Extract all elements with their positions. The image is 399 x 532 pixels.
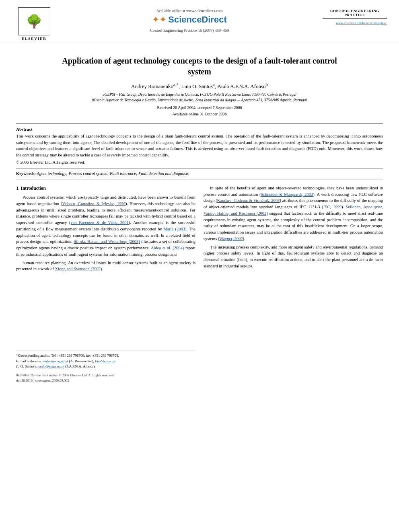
ref-velasco[interactable]: Velasco, González, & Iglesias, 1996 (62, 201, 125, 206)
keywords-label: Keywords: (16, 171, 36, 176)
col2-paragraph1: In spite of the benefits of agent and ob… (204, 185, 383, 242)
issn-line: 0967-0661/$ - see front matter © 2006 El… (16, 373, 195, 378)
sd-icon: ✦✦ (152, 14, 167, 25)
sd-brand-text: ScienceDirect (168, 14, 227, 25)
header-center: Available online at www.sciencedirect.co… (56, 7, 323, 33)
abstract-text: This work concerns the applicability of … (16, 133, 383, 158)
affiliation-a: aGEPSI – PSE Group, Departamento de Enge… (16, 92, 383, 97)
elsevier-logo: 🌳 ELSEVIER (12, 7, 56, 41)
ref-seilonen[interactable]: Seilonen, Appelqvist, Vainio, Halme, and… (204, 205, 383, 216)
available-online-date: Available online 31 October 2006 (16, 111, 383, 117)
elsevier-text: ELSEVIER (22, 37, 47, 41)
footnote-area: *Corresponding author. Tel.: +351 239 79… (16, 351, 195, 370)
authors-line: Andrey Romanenkoa,*, Lino O. Santosa, Pa… (16, 82, 383, 90)
section1-heading: 1. Introduction (16, 185, 195, 192)
journal-url: www.elsevier.com/locate/conengprac (323, 21, 387, 25)
col1-paragraph1: Process control systems, which are typic… (16, 194, 195, 258)
doi-line: doi:10.1016/j.conengprac.2006.09.002 (16, 378, 195, 384)
ref-kandare[interactable]: Kandare, Godena, & Strmčnik, 2003 (217, 198, 280, 203)
article-body: Application of agent technology concepts… (0, 44, 399, 392)
footnote-corresponding-text: *Corresponding author. Tel.: +351 239 79… (16, 353, 119, 357)
elsevier-logo-block: 🌳 ELSEVIER (12, 7, 56, 41)
elsevier-logo-image: 🌳 (18, 7, 50, 35)
ref-wagner[interactable]: Wagner, 2002 (219, 236, 243, 241)
affiliation-b: bEscola Superior de Tecnologia e Gestão,… (16, 98, 383, 103)
received-date: Received 20 April 2004; accepted 7 Septe… (16, 105, 383, 111)
footnote-email-label: E-mail addresses: (16, 359, 42, 363)
left-column: 1. Introduction Process control systems,… (16, 185, 195, 384)
abstract-label: Abstract (16, 127, 383, 131)
two-column-layout: 1. Introduction Process control systems,… (16, 185, 383, 384)
journal-title-right: CONTROL ENGINEERINGPRACTICE (323, 9, 387, 19)
ref-siirola[interactable]: Siirola, Hauan, and Westerberg (2003) (74, 239, 140, 244)
author1-name: Andrey Romanenkoa,*, Lino O. Santosa, Pa… (131, 83, 268, 89)
divider-main (16, 179, 383, 179)
ref-van-breemen[interactable]: van Breemen & de Vries, 2001 (71, 220, 129, 225)
footnote-corresponding: *Corresponding author. Tel.: +351 239 79… (16, 353, 195, 359)
footnote-email: E-mail addresses: andrew@eq.uc.pt (A. Ro… (16, 359, 195, 364)
affiliations-block: aGEPSI – PSE Group, Departamento de Enge… (16, 92, 383, 103)
abstract-section: Abstract This work concerns the applicab… (16, 127, 383, 164)
email-link-1[interactable]: andrew@eq.uc.pt (43, 359, 68, 363)
ref-maric[interactable]: Marić (2003) (163, 227, 186, 231)
col2-paragraph2: The increasing process complexity, and m… (204, 244, 383, 269)
copyright-text: © 2006 Elsevier Ltd. All rights reserved… (16, 160, 383, 164)
available-online-text: Available online at www.sciencedirect.co… (156, 9, 223, 13)
ref-aldea[interactable]: Aldea et al. (2004) (151, 246, 184, 250)
right-column: In spite of the benefits of agent and ob… (204, 185, 383, 384)
article-title: Application of agent technology concepts… (59, 55, 340, 77)
bottom-info: 0967-0661/$ - see front matter © 2006 El… (16, 373, 195, 384)
journal-citation: Control Engineering Practice 15 (2007) 4… (150, 28, 229, 33)
keywords-line: Keywords: Agent technology; Process cont… (16, 171, 383, 176)
dates-block: Received 20 April 2004; accepted 7 Septe… (16, 105, 383, 117)
header-right: CONTROL ENGINEERINGPRACTICE www.elsevier… (323, 7, 387, 25)
page: 🌳 ELSEVIER Available online at www.scien… (0, 0, 399, 532)
col1-paragraph2: human resource planning. An overview of … (16, 260, 195, 273)
divider-top (16, 123, 383, 123)
footnote-email-2: (L.O. Santos), paulo@estga.ua.pt (P.A.F.… (16, 364, 195, 370)
keywords-content: Agent technology; Process control system… (37, 171, 189, 176)
email-link-3[interactable]: paulo@estga.ua.pt (37, 364, 64, 368)
abstract-content: This work concerns the applicability of … (16, 134, 383, 157)
email-link-2[interactable]: lino@eq.uc.pt (95, 359, 116, 363)
ref-iec[interactable]: IEC, 1999 (323, 205, 341, 209)
ref-xiong[interactable]: Xiong and Svensson (2002) (55, 267, 102, 271)
ref-schneider[interactable]: Schneider & Marquardt, 2002 (261, 192, 313, 197)
header: 🌳 ELSEVIER Available online at www.scien… (0, 0, 399, 44)
sciencedirect-logo: ✦✦ ScienceDirect (152, 14, 227, 25)
divider-keywords (16, 168, 383, 169)
